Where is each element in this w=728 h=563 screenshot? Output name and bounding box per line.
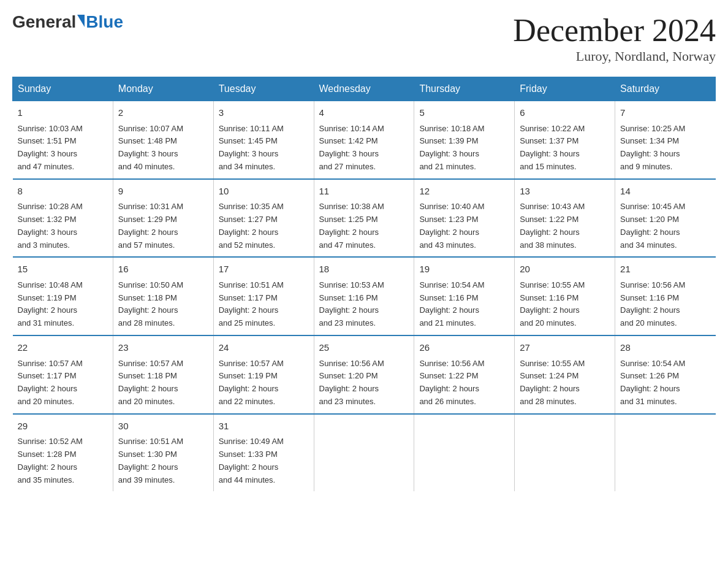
day-info: Sunrise: 10:28 AMSunset: 1:32 PMDaylight… (18, 201, 108, 251)
day-info: Sunrise: 10:55 AMSunset: 1:24 PMDaylight… (520, 358, 610, 408)
day-info: Sunrise: 10:53 AMSunset: 1:16 PMDaylight… (319, 279, 409, 330)
day-number: 30 (118, 419, 208, 434)
day-number: 21 (620, 262, 710, 277)
day-info: Sunrise: 10:56 AMSunset: 1:20 PMDaylight… (319, 358, 409, 408)
day-info: Sunrise: 10:54 AMSunset: 1:26 PMDaylight… (620, 358, 710, 408)
calendar-day-cell: 3Sunrise: 10:11 AMSunset: 1:45 PMDayligh… (213, 101, 314, 179)
day-info: Sunrise: 10:35 AMSunset: 1:27 PMDaylight… (219, 201, 309, 251)
calendar-day-cell: 19Sunrise: 10:54 AMSunset: 1:16 PMDaylig… (414, 257, 515, 335)
logo-triangle-icon (77, 15, 85, 27)
calendar-day-cell: 9Sunrise: 10:31 AMSunset: 1:29 PMDayligh… (113, 179, 213, 258)
day-number: 3 (219, 106, 309, 120)
day-number: 24 (219, 341, 309, 355)
calendar-day-cell: 12Sunrise: 10:40 AMSunset: 1:23 PMDaylig… (414, 179, 515, 258)
calendar-week-row: 29Sunrise: 10:52 AMSunset: 1:28 PMDaylig… (13, 414, 716, 492)
day-info: Sunrise: 10:18 AMSunset: 1:39 PMDaylight… (419, 123, 509, 174)
logo-general-text: General (12, 12, 76, 32)
calendar-day-cell: 17Sunrise: 10:51 AMSunset: 1:17 PMDaylig… (213, 257, 314, 335)
day-number: 18 (319, 262, 409, 277)
calendar-week-row: 8Sunrise: 10:28 AMSunset: 1:32 PMDayligh… (13, 179, 716, 258)
calendar-day-cell: 4Sunrise: 10:14 AMSunset: 1:42 PMDayligh… (314, 101, 414, 179)
col-wednesday: Wednesday (314, 77, 414, 101)
day-number: 10 (219, 185, 309, 199)
day-info: Sunrise: 10:56 AMSunset: 1:22 PMDaylight… (419, 358, 509, 408)
calendar-day-cell: 20Sunrise: 10:55 AMSunset: 1:16 PMDaylig… (515, 257, 615, 335)
day-info: Sunrise: 10:11 AMSunset: 1:45 PMDaylight… (219, 123, 309, 174)
day-number: 27 (520, 341, 610, 355)
day-info: Sunrise: 10:38 AMSunset: 1:25 PMDaylight… (319, 201, 409, 251)
day-number: 25 (319, 341, 409, 355)
day-number: 19 (419, 262, 509, 277)
day-number: 15 (18, 262, 108, 277)
day-info: Sunrise: 10:52 AMSunset: 1:28 PMDaylight… (18, 435, 108, 486)
day-info: Sunrise: 10:57 AMSunset: 1:19 PMDaylight… (219, 358, 309, 408)
day-number: 26 (419, 341, 509, 355)
calendar-day-cell: 13Sunrise: 10:43 AMSunset: 1:22 PMDaylig… (515, 179, 615, 258)
day-number: 1 (18, 106, 108, 120)
calendar-day-cell: 28Sunrise: 10:54 AMSunset: 1:26 PMDaylig… (615, 335, 716, 414)
day-info: Sunrise: 10:25 AMSunset: 1:34 PMDaylight… (620, 123, 710, 174)
day-number: 12 (419, 185, 509, 199)
day-info: Sunrise: 10:51 AMSunset: 1:30 PMDaylight… (118, 435, 208, 486)
calendar-day-cell: 14Sunrise: 10:45 AMSunset: 1:20 PMDaylig… (615, 179, 716, 258)
day-number: 14 (620, 185, 710, 199)
logo-blue-text: Blue (86, 12, 123, 32)
calendar-day-cell: 8Sunrise: 10:28 AMSunset: 1:32 PMDayligh… (13, 179, 113, 258)
col-monday: Monday (113, 77, 213, 101)
calendar-day-cell: 31Sunrise: 10:49 AMSunset: 1:33 PMDaylig… (213, 414, 314, 492)
day-number: 17 (219, 262, 309, 277)
day-number: 4 (319, 106, 409, 120)
day-number: 2 (118, 106, 208, 120)
calendar-day-cell: 1Sunrise: 10:03 AMSunset: 1:51 PMDayligh… (13, 101, 113, 179)
calendar-day-cell: 27Sunrise: 10:55 AMSunset: 1:24 PMDaylig… (515, 335, 615, 414)
col-sunday: Sunday (13, 77, 113, 101)
col-saturday: Saturday (615, 77, 716, 101)
calendar-day-cell: 18Sunrise: 10:53 AMSunset: 1:16 PMDaylig… (314, 257, 414, 335)
day-info: Sunrise: 10:51 AMSunset: 1:17 PMDaylight… (219, 279, 309, 330)
calendar-day-cell: 26Sunrise: 10:56 AMSunset: 1:22 PMDaylig… (414, 335, 515, 414)
page-header: General Blue December 2024 Luroy, Nordla… (12, 12, 716, 64)
day-number: 11 (319, 185, 409, 199)
day-number: 5 (419, 106, 509, 120)
logo: General Blue (12, 12, 123, 32)
calendar-day-cell (314, 414, 414, 492)
calendar-day-cell (414, 414, 515, 492)
calendar-day-cell: 21Sunrise: 10:56 AMSunset: 1:16 PMDaylig… (615, 257, 716, 335)
calendar-day-cell: 29Sunrise: 10:52 AMSunset: 1:28 PMDaylig… (13, 414, 113, 492)
day-number: 20 (520, 262, 610, 277)
day-info: Sunrise: 10:22 AMSunset: 1:37 PMDaylight… (520, 123, 610, 174)
calendar-day-cell: 2Sunrise: 10:07 AMSunset: 1:48 PMDayligh… (113, 101, 213, 179)
day-info: Sunrise: 10:45 AMSunset: 1:20 PMDaylight… (620, 201, 710, 251)
day-number: 29 (18, 419, 108, 434)
day-info: Sunrise: 10:43 AMSunset: 1:22 PMDaylight… (520, 201, 610, 251)
day-info: Sunrise: 10:50 AMSunset: 1:18 PMDaylight… (118, 279, 208, 330)
day-number: 16 (118, 262, 208, 277)
day-number: 22 (18, 341, 108, 355)
day-info: Sunrise: 10:55 AMSunset: 1:16 PMDaylight… (520, 279, 610, 330)
day-number: 13 (520, 185, 610, 199)
day-number: 8 (18, 185, 108, 199)
day-number: 6 (520, 106, 610, 120)
calendar-day-cell: 30Sunrise: 10:51 AMSunset: 1:30 PMDaylig… (113, 414, 213, 492)
day-number: 7 (620, 106, 710, 120)
calendar-day-cell: 5Sunrise: 10:18 AMSunset: 1:39 PMDayligh… (414, 101, 515, 179)
calendar-week-row: 1Sunrise: 10:03 AMSunset: 1:51 PMDayligh… (13, 101, 716, 179)
calendar-day-cell: 24Sunrise: 10:57 AMSunset: 1:19 PMDaylig… (213, 335, 314, 414)
calendar-day-cell: 7Sunrise: 10:25 AMSunset: 1:34 PMDayligh… (615, 101, 716, 179)
day-info: Sunrise: 10:07 AMSunset: 1:48 PMDaylight… (118, 123, 208, 174)
calendar-day-cell: 23Sunrise: 10:57 AMSunset: 1:18 PMDaylig… (113, 335, 213, 414)
day-info: Sunrise: 10:57 AMSunset: 1:18 PMDaylight… (118, 358, 208, 408)
calendar-header-row: Sunday Monday Tuesday Wednesday Thursday… (13, 77, 716, 101)
calendar-day-cell: 10Sunrise: 10:35 AMSunset: 1:27 PMDaylig… (213, 179, 314, 258)
day-info: Sunrise: 10:40 AMSunset: 1:23 PMDaylight… (419, 201, 509, 251)
col-tuesday: Tuesday (213, 77, 314, 101)
col-friday: Friday (515, 77, 615, 101)
day-info: Sunrise: 10:14 AMSunset: 1:42 PMDaylight… (319, 123, 409, 174)
day-number: 23 (118, 341, 208, 355)
calendar-week-row: 22Sunrise: 10:57 AMSunset: 1:17 PMDaylig… (13, 335, 716, 414)
day-info: Sunrise: 10:54 AMSunset: 1:16 PMDaylight… (419, 279, 509, 330)
calendar-week-row: 15Sunrise: 10:48 AMSunset: 1:19 PMDaylig… (13, 257, 716, 335)
day-number: 28 (620, 341, 710, 355)
calendar-day-cell: 15Sunrise: 10:48 AMSunset: 1:19 PMDaylig… (13, 257, 113, 335)
day-info: Sunrise: 10:57 AMSunset: 1:17 PMDaylight… (18, 358, 108, 408)
